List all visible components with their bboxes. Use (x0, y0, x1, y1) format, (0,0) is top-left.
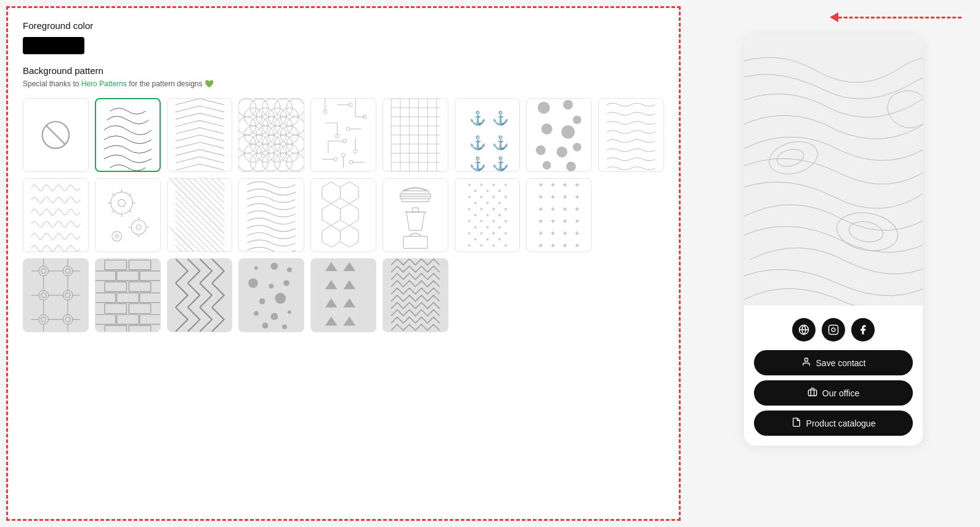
svg-point-148 (468, 184, 471, 186)
pattern-food[interactable] (383, 178, 448, 252)
pattern-herringbone[interactable] (167, 258, 233, 332)
svg-point-150 (492, 184, 495, 186)
right-panel: Save contact Our office (687, 0, 980, 527)
svg-line-115 (176, 185, 218, 227)
svg-rect-144 (402, 198, 429, 202)
pattern-diagonal[interactable] (167, 178, 233, 252)
svg-point-248 (41, 293, 46, 298)
pattern-circles-dots[interactable] (238, 258, 304, 332)
pattern-none[interactable] (23, 98, 89, 172)
svg-point-163 (480, 208, 482, 210)
product-catalogue-button[interactable]: Product catalogue (754, 411, 913, 436)
pattern-anchors[interactable]: ⚓ ⚓ ⚓ ⚓ ⚓ ⚓ (455, 98, 520, 172)
pattern-dots-small[interactable] (455, 178, 520, 252)
foreground-color-swatch[interactable] (23, 37, 84, 54)
svg-point-99 (136, 225, 141, 230)
pattern-bricks[interactable] (95, 258, 161, 332)
product-catalogue-icon (792, 417, 801, 429)
phone-content: Save contact Our office (744, 306, 923, 446)
svg-point-152 (474, 190, 476, 192)
svg-point-241 (63, 266, 73, 276)
svg-point-154 (498, 190, 501, 192)
svg-marker-305 (325, 298, 338, 308)
pattern-bubbles[interactable] (526, 98, 592, 172)
svg-marker-304 (343, 280, 355, 289)
facebook-icon-button[interactable] (851, 318, 875, 341)
svg-point-151 (504, 184, 507, 186)
pattern-chevron[interactable] (167, 98, 233, 172)
svg-point-158 (504, 196, 507, 198)
pattern-seigaiha[interactable] (238, 98, 304, 172)
svg-line-129 (212, 227, 224, 240)
pattern-graph[interactable] (383, 98, 448, 172)
svg-rect-271 (105, 260, 126, 270)
pattern-crosses[interactable] (526, 178, 592, 252)
svg-rect-280 (140, 293, 160, 303)
svg-point-291 (248, 278, 258, 288)
svg-point-186 (504, 244, 507, 247)
svg-rect-147 (403, 236, 427, 248)
svg-point-181 (486, 238, 488, 240)
web-icon-button[interactable] (792, 318, 816, 341)
pattern-waves[interactable] (238, 178, 304, 252)
svg-point-86 (543, 161, 551, 170)
svg-marker-136 (341, 182, 359, 203)
svg-point-292 (269, 284, 274, 288)
svg-rect-274 (116, 271, 138, 281)
svg-point-157 (492, 196, 495, 198)
svg-point-180 (474, 238, 476, 240)
svg-rect-279 (116, 293, 138, 303)
svg-point-178 (492, 232, 495, 235)
hero-patterns-link[interactable]: Hero Patterns (81, 80, 127, 88)
svg-point-297 (271, 313, 278, 321)
instagram-icon-button[interactable] (822, 318, 845, 341)
svg-marker-137 (322, 203, 341, 225)
svg-rect-146 (412, 208, 418, 212)
svg-point-171 (492, 220, 495, 223)
our-office-button[interactable]: Our office (754, 380, 913, 406)
svg-rect-315 (829, 325, 838, 335)
pattern-ornamental[interactable] (23, 258, 89, 332)
save-contact-icon (801, 357, 811, 369)
pattern-zigzag[interactable] (383, 258, 448, 332)
pattern-topography[interactable] (95, 98, 161, 172)
svg-rect-273 (95, 271, 116, 281)
svg-point-155 (468, 196, 471, 198)
svg-point-162 (468, 208, 471, 210)
svg-line-130 (217, 227, 224, 234)
svg-rect-272 (129, 260, 150, 270)
svg-line-94 (112, 194, 115, 196)
svg-rect-281 (105, 304, 126, 314)
svg-rect-275 (140, 271, 160, 281)
svg-line-110 (193, 179, 224, 209)
svg-line-114 (217, 179, 224, 185)
background-pattern-label: Background pattern (23, 65, 664, 76)
pattern-rain[interactable] (598, 98, 664, 172)
svg-point-311 (834, 208, 901, 255)
svg-line-95 (129, 210, 131, 213)
pattern-gears[interactable] (95, 178, 161, 252)
svg-point-299 (262, 322, 269, 329)
svg-point-80 (573, 116, 581, 125)
svg-text:⚓: ⚓ (492, 155, 509, 171)
svg-point-81 (541, 123, 553, 134)
svg-marker-302 (343, 262, 355, 271)
pattern-circuit[interactable] (310, 98, 376, 172)
svg-line-107 (176, 179, 224, 227)
svg-point-164 (492, 208, 495, 210)
svg-point-247 (39, 290, 49, 300)
arrow-head-icon (830, 12, 838, 22)
pattern-honeycomb[interactable] (310, 178, 376, 252)
pattern-squiggly[interactable] (23, 178, 89, 252)
svg-rect-141 (402, 191, 429, 194)
svg-point-183 (468, 244, 471, 247)
svg-rect-278 (95, 293, 116, 303)
svg-text:⚓: ⚓ (469, 134, 486, 151)
svg-rect-277 (129, 282, 150, 292)
pattern-triangles[interactable] (310, 258, 376, 332)
svg-point-294 (259, 298, 265, 304)
save-contact-button[interactable]: Save contact (754, 350, 913, 375)
svg-line-127 (200, 227, 224, 251)
svg-point-242 (65, 269, 70, 274)
svg-marker-306 (343, 298, 355, 308)
